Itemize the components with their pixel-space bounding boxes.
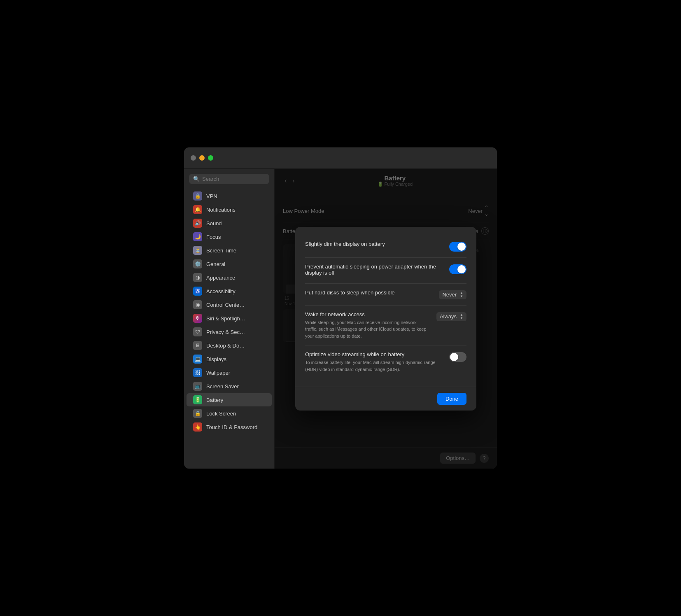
sidebar-item-desktop[interactable]: 🖥Desktop & Do…	[187, 339, 272, 352]
siri-icon: 🎙	[193, 314, 202, 323]
toggle-prevent-sleep[interactable]	[449, 264, 466, 274]
modal-overlay: Slightly dim the display on batteryPreve…	[275, 169, 497, 469]
sidebar-item-displays[interactable]: 💻Displays	[187, 352, 272, 366]
modal-row-text-dim-display: Slightly dim the display on battery	[305, 241, 441, 249]
sidebar-label-focus: Focus	[206, 234, 221, 240]
sidebar: 🔍 🔒VPN🔔Notifications🔊Sound🌙Focus⏳Screen …	[184, 169, 275, 469]
sidebar-item-focus[interactable]: 🌙Focus	[187, 230, 272, 243]
stepper-value-hard-disks: Never	[442, 292, 457, 298]
controlcenter-icon: ◉	[193, 300, 202, 309]
modal-row-control-wake-network[interactable]: Always▲▼	[436, 312, 466, 321]
sidebar-item-accessibility[interactable]: ♿Accessibility	[187, 285, 272, 298]
toggle-knob-prevent-sleep	[457, 265, 466, 273]
wallpaper-icon: 🖼	[193, 368, 202, 377]
detail-panel: ‹ › Battery 🔋 Fully Charged Low Power Mo…	[275, 169, 497, 469]
modal-row-control-dim-display[interactable]	[449, 242, 466, 252]
main-content: 🔍 🔒VPN🔔Notifications🔊Sound🌙Focus⏳Screen …	[184, 169, 497, 469]
search-input[interactable]	[202, 176, 271, 182]
screentime-icon: ⏳	[193, 246, 202, 255]
stepper-hard-disks[interactable]: Never▲▼	[439, 290, 466, 299]
stepper-arrows-wake-network: ▲▼	[460, 313, 463, 320]
search-bar[interactable]: 🔍	[189, 174, 269, 184]
modal-row-title-dim-display: Slightly dim the display on battery	[305, 241, 441, 247]
vpn-icon: 🔒	[193, 191, 202, 201]
modal-row-optimize-video: Optimize video streaming while on batter…	[305, 345, 466, 378]
sidebar-label-general: General	[206, 261, 225, 267]
modal-footer: Done	[295, 387, 476, 411]
modal-row-desc-optimize-video: To increase battery life, your Mac will …	[305, 359, 441, 373]
touchid-icon: 👆	[193, 422, 202, 432]
maximize-button[interactable]	[208, 155, 213, 161]
modal-row-title-optimize-video: Optimize video streaming while on batter…	[305, 351, 441, 357]
toggle-dim-display[interactable]	[449, 242, 466, 252]
sidebar-label-accessibility: Accessibility	[206, 288, 236, 294]
sidebar-item-controlcenter[interactable]: ◉Control Cente…	[187, 298, 272, 311]
sidebar-item-battery[interactable]: 🔋Battery	[187, 393, 272, 406]
stepper-down-hard-disks[interactable]: ▼	[460, 295, 463, 298]
screensaver-icon: 📺	[193, 382, 202, 391]
sidebar-item-screensaver[interactable]: 📺Screen Saver	[187, 380, 272, 393]
main-window: 🔍 🔒VPN🔔Notifications🔊Sound🌙Focus⏳Screen …	[184, 147, 497, 469]
stepper-down-wake-network[interactable]: ▼	[460, 317, 463, 320]
modal-row-text-optimize-video: Optimize video streaming while on batter…	[305, 351, 441, 373]
modal-row-prevent-sleep: Prevent automatic sleeping on power adap…	[305, 258, 466, 284]
displays-icon: 💻	[193, 355, 202, 364]
sidebar-item-appearance[interactable]: ◑Appearance	[187, 271, 272, 284]
modal-row-text-hard-disks: Put hard disks to sleep when possible	[305, 289, 431, 297]
lockscreen-icon: 🔒	[193, 409, 202, 418]
modal-row-wake-network: Wake for network accessWhile sleeping, y…	[305, 306, 466, 346]
done-button[interactable]: Done	[437, 393, 466, 405]
modal-rows-container: Slightly dim the display on batteryPreve…	[305, 235, 466, 379]
sidebar-label-screentime: Screen Time	[206, 247, 236, 254]
sidebar-item-screentime[interactable]: ⏳Screen Time	[187, 244, 272, 257]
sidebar-item-vpn[interactable]: 🔒VPN	[187, 189, 272, 203]
sidebar-label-displays: Displays	[206, 356, 226, 362]
title-bar	[184, 147, 497, 169]
modal-body: Slightly dim the display on batteryPreve…	[295, 227, 476, 387]
sidebar-item-siri[interactable]: 🎙Siri & Spotligh…	[187, 312, 272, 325]
appearance-icon: ◑	[193, 273, 202, 282]
sidebar-label-battery: Battery	[206, 397, 223, 403]
sidebar-label-touchid: Touch ID & Password	[206, 424, 257, 430]
modal-row-desc-wake-network: While sleeping, your Mac can receive inc…	[305, 319, 428, 340]
modal-row-control-optimize-video[interactable]	[449, 352, 466, 362]
privacy-icon: 🛡	[193, 327, 202, 336]
sidebar-label-screensaver: Screen Saver	[206, 383, 239, 390]
minimize-button[interactable]	[199, 155, 205, 161]
sidebar-label-privacy: Privacy & Sec…	[206, 329, 245, 335]
sidebar-label-appearance: Appearance	[206, 275, 235, 281]
search-icon: 🔍	[193, 176, 200, 182]
focus-icon: 🌙	[193, 232, 202, 241]
options-modal: Slightly dim the display on batteryPreve…	[295, 227, 476, 411]
modal-row-text-prevent-sleep: Prevent automatic sleeping on power adap…	[305, 264, 441, 278]
toggle-optimize-video[interactable]	[449, 352, 466, 362]
stepper-arrows-hard-disks: ▲▼	[460, 292, 463, 298]
sidebar-item-sound[interactable]: 🔊Sound	[187, 217, 272, 230]
modal-row-hard-disks: Put hard disks to sleep when possibleNev…	[305, 284, 466, 306]
sidebar-items-container: 🔒VPN🔔Notifications🔊Sound🌙Focus⏳Screen Ti…	[184, 189, 274, 434]
toggle-knob-dim-display	[457, 243, 466, 251]
sidebar-item-general[interactable]: ⚙️General	[187, 257, 272, 271]
stepper-value-wake-network: Always	[440, 313, 457, 320]
battery-icon: 🔋	[193, 395, 202, 404]
close-button[interactable]	[191, 155, 196, 161]
modal-row-title-wake-network: Wake for network access	[305, 311, 428, 317]
sidebar-label-sound: Sound	[206, 220, 222, 226]
sidebar-item-privacy[interactable]: 🛡Privacy & Sec…	[187, 325, 272, 338]
sidebar-label-siri: Siri & Spotligh…	[206, 315, 245, 322]
sidebar-label-controlcenter: Control Cente…	[206, 302, 245, 308]
modal-row-title-hard-disks: Put hard disks to sleep when possible	[305, 289, 431, 296]
modal-row-title-prevent-sleep: Prevent automatic sleeping on power adap…	[305, 264, 441, 276]
sidebar-item-wallpaper[interactable]: 🖼Wallpaper	[187, 366, 272, 379]
modal-row-control-prevent-sleep[interactable]	[449, 264, 466, 274]
modal-row-control-hard-disks[interactable]: Never▲▼	[439, 290, 466, 299]
stepper-wake-network[interactable]: Always▲▼	[436, 312, 466, 321]
sidebar-label-lockscreen: Lock Screen	[206, 411, 236, 417]
sidebar-item-notifications[interactable]: 🔔Notifications	[187, 203, 272, 216]
sidebar-item-touchid[interactable]: 👆Touch ID & Password	[187, 420, 272, 434]
sidebar-label-notifications: Notifications	[206, 207, 236, 213]
sidebar-item-lockscreen[interactable]: 🔒Lock Screen	[187, 407, 272, 420]
sidebar-label-vpn: VPN	[206, 193, 217, 199]
sidebar-label-desktop: Desktop & Do…	[206, 343, 245, 349]
notifications-icon: 🔔	[193, 205, 202, 214]
